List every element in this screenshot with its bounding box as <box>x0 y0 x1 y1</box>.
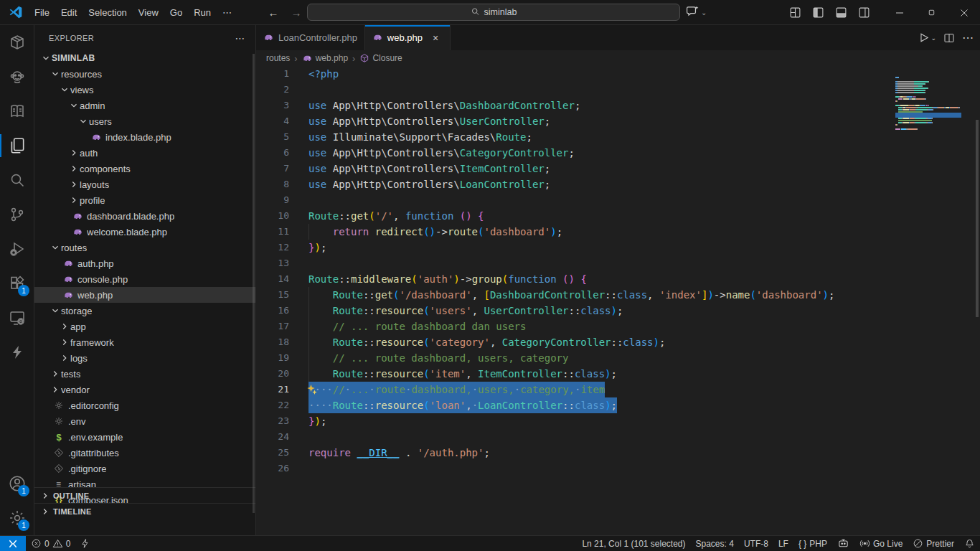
remote-indicator[interactable] <box>0 536 26 551</box>
toggle-panel-button[interactable] <box>831 4 850 22</box>
code-line-3[interactable]: 3use App\Http\Controllers\DashboardContr… <box>256 98 980 113</box>
tree-item-siminlab[interactable]: SIMINLAB <box>34 50 255 66</box>
code-line-10[interactable]: 10Route::get('/', function () { <box>256 208 980 224</box>
code-line-8[interactable]: 8use App\Http\Controllers\LoanController… <box>256 176 980 192</box>
line-number[interactable]: 25 <box>256 445 289 461</box>
explorer-more-actions[interactable]: ⋯ <box>231 32 250 44</box>
menu-overflow[interactable]: ⋯ <box>217 5 237 20</box>
code-line-14[interactable]: 14Route::middleware('auth')->group(funct… <box>256 271 980 287</box>
code-line-21[interactable]: 21····//·...·route·dashboard,·users,·cat… <box>256 382 980 397</box>
line-number[interactable]: 1 <box>256 66 289 82</box>
command-center-search[interactable]: siminlab <box>307 4 680 21</box>
code-line-12[interactable]: 12}); <box>256 240 980 255</box>
status-go-live[interactable]: Go Live <box>854 536 908 551</box>
status-prettier[interactable]: Prettier <box>908 536 959 551</box>
breadcrumb-routes[interactable]: routes <box>266 53 290 63</box>
activity-remote-explorer-icon[interactable] <box>0 301 34 335</box>
line-number[interactable]: 16 <box>256 303 289 319</box>
tree-item-.gitignore[interactable]: .gitignore <box>34 461 255 476</box>
status-encoding[interactable]: UTF-8 <box>739 536 773 551</box>
copilot-menu-button[interactable]: ⌄ <box>686 4 707 21</box>
line-number[interactable]: 6 <box>256 145 289 161</box>
menu-edit[interactable]: Edit <box>55 5 83 20</box>
tree-item-vendor[interactable]: vendor <box>34 382 255 397</box>
code-line-22[interactable]: 22····Route::resource('loan',·LoanContro… <box>256 397 980 413</box>
line-number[interactable]: 7 <box>256 161 289 176</box>
editor-scrollbar[interactable] <box>976 120 979 317</box>
line-number[interactable]: 23 <box>256 413 289 429</box>
section-timeline[interactable]: TIMELINE <box>34 503 255 519</box>
tree-item-tests[interactable]: tests <box>34 366 255 382</box>
line-number[interactable]: 21 <box>256 382 289 397</box>
code-line-18[interactable]: 18 Route::resource('category', CategoryC… <box>256 334 980 350</box>
tree-item-.env[interactable]: .env <box>34 413 255 429</box>
code-line-4[interactable]: 4use App\Http\Controllers\UserController… <box>256 113 980 129</box>
line-number[interactable]: 15 <box>256 287 289 303</box>
line-number[interactable]: 11 <box>256 224 289 240</box>
tab-loancontroller.php[interactable]: LoanController.php <box>256 25 365 50</box>
tree-item-auth[interactable]: auth <box>34 145 255 161</box>
split-editor-button[interactable] <box>943 32 955 44</box>
tree-item-profile[interactable]: profile <box>34 192 255 208</box>
line-number[interactable]: 24 <box>256 429 289 445</box>
nav-back-button[interactable]: ← <box>265 6 281 19</box>
status-notifications[interactable] <box>959 536 980 551</box>
code-line-26[interactable]: 26 <box>256 461 980 476</box>
activity-book-icon[interactable] <box>0 94 34 128</box>
code-line-9[interactable]: 9 <box>256 192 980 208</box>
line-number[interactable]: 19 <box>256 350 289 366</box>
tree-item-layouts[interactable]: layouts <box>34 176 255 192</box>
customize-layout-button[interactable] <box>786 4 804 22</box>
line-number[interactable]: 14 <box>256 271 289 287</box>
line-number[interactable]: 9 <box>256 192 289 208</box>
close-tab-icon[interactable]: × <box>428 31 443 45</box>
minimize-button[interactable] <box>883 0 915 25</box>
maximize-button[interactable] <box>915 0 948 25</box>
menu-file[interactable]: File <box>29 5 55 20</box>
tree-item-welcome.blade.php[interactable]: welcome.blade.php <box>34 224 255 240</box>
code-line-1[interactable]: 1<?php <box>256 66 980 82</box>
tree-item-resources[interactable]: resources <box>34 66 255 82</box>
code-line-11[interactable]: 11 return redirect()->route('dashboard')… <box>256 224 980 240</box>
code-line-23[interactable]: 23}); <box>256 413 980 429</box>
section-outline[interactable]: OUTLINE <box>34 487 255 503</box>
tree-item-admin[interactable]: admin <box>34 98 255 113</box>
line-number[interactable]: 26 <box>256 461 289 476</box>
toggle-secondary-sidebar-button[interactable] <box>854 4 873 22</box>
status-indentation[interactable]: Spaces: 4 <box>691 536 739 551</box>
menu-selection[interactable]: Selection <box>83 5 132 20</box>
tree-item-logs[interactable]: logs <box>34 350 255 366</box>
code-line-19[interactable]: 19 // ... route dashboard, users, catego… <box>256 350 980 366</box>
status-cursor-position[interactable]: Ln 21, Col 1 (101 selected) <box>577 536 690 551</box>
tree-item-.editorconfig[interactable]: .editorconfig <box>34 397 255 413</box>
close-window-button[interactable] <box>948 0 980 25</box>
tree-item-views[interactable]: views <box>34 82 255 98</box>
tree-item-users[interactable]: users <box>34 113 255 129</box>
line-number[interactable]: 13 <box>256 255 289 271</box>
code-line-17[interactable]: 17 // ... route dashboard dan users <box>256 319 980 334</box>
minimap[interactable] <box>895 70 970 126</box>
line-number[interactable]: 8 <box>256 176 289 192</box>
activity-explorer-icon[interactable] <box>0 128 34 163</box>
line-number[interactable]: 10 <box>256 208 289 224</box>
status-eol[interactable]: LF <box>773 536 793 551</box>
activity-source-control-icon[interactable] <box>0 197 34 232</box>
line-number[interactable]: 17 <box>256 319 289 334</box>
line-number[interactable]: 4 <box>256 113 289 129</box>
tree-item-app[interactable]: app <box>34 319 255 334</box>
code-line-6[interactable]: 6use App\Http\Controllers\CategoryContro… <box>256 145 980 161</box>
tree-item-dashboard.blade.php[interactable]: dashboard.blade.php <box>34 208 255 224</box>
line-number[interactable]: 18 <box>256 334 289 350</box>
code-line-5[interactable]: 5use Illuminate\Support\Facades\Route; <box>256 129 980 145</box>
menu-run[interactable]: Run <box>188 5 217 20</box>
code-line-7[interactable]: 7use App\Http\Controllers\ItemController… <box>256 161 980 176</box>
editor-more-actions[interactable]: ⋯ <box>962 31 974 44</box>
tab-web.php[interactable]: web.php× <box>365 25 451 50</box>
bolt-status[interactable] <box>75 536 95 551</box>
activity-search-icon[interactable] <box>0 163 34 197</box>
code-line-13[interactable]: 13 <box>256 255 980 271</box>
tree-item-.gitattributes[interactable]: .gitattributes <box>34 445 255 461</box>
menu-go[interactable]: Go <box>164 5 188 20</box>
nav-forward-button[interactable]: → <box>288 6 304 19</box>
activity-package-icon[interactable] <box>0 25 34 60</box>
